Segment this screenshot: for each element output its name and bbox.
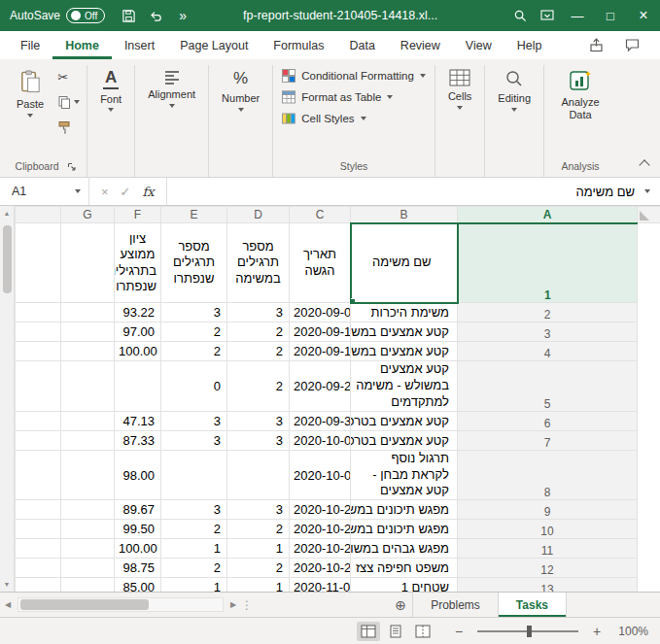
- cell[interactable]: [16, 223, 61, 303]
- cell[interactable]: 2020-09-24: [290, 361, 351, 412]
- tab-page-layout[interactable]: Page Layout: [167, 31, 261, 59]
- cell[interactable]: [161, 450, 227, 500]
- tab-file[interactable]: File: [8, 31, 52, 59]
- comment-icon[interactable]: [624, 37, 641, 53]
- cell[interactable]: [61, 450, 115, 500]
- number-button[interactable]: % Number: [214, 65, 267, 112]
- cell[interactable]: [61, 303, 115, 322]
- cancel-icon[interactable]: ×: [101, 185, 109, 199]
- undo-button[interactable]: [142, 0, 169, 31]
- cell[interactable]: 2020-09-30: [290, 411, 351, 430]
- cell[interactable]: 3: [161, 303, 227, 322]
- row-header[interactable]: 8: [458, 450, 638, 500]
- cell[interactable]: מספר תרגילים שנפתרו: [161, 223, 227, 303]
- cell[interactable]: 3: [161, 500, 227, 520]
- cell[interactable]: 2020-10-01: [290, 450, 351, 500]
- cell[interactable]: [16, 322, 61, 342]
- row-header[interactable]: 11: [458, 539, 638, 559]
- cell[interactable]: 2020-10-29: [290, 539, 351, 559]
- column-header-g[interactable]: G: [61, 207, 115, 223]
- expand-formula-bar-icon[interactable]: [644, 189, 650, 193]
- cell[interactable]: 3: [227, 430, 290, 450]
- share-icon[interactable]: [588, 37, 605, 53]
- cell[interactable]: קטע אמצעים בטרפז: [351, 411, 458, 430]
- cell[interactable]: קטע אמצעים בטרפז 2: [351, 430, 458, 450]
- format-as-table-button[interactable]: Format as Table: [278, 88, 430, 106]
- cell[interactable]: 2: [227, 322, 290, 342]
- alignment-button[interactable]: Alignment: [140, 65, 203, 108]
- cell[interactable]: 98.75: [115, 559, 161, 578]
- cell[interactable]: 2020-10-28: [290, 559, 351, 578]
- cell[interactable]: 1: [227, 539, 290, 559]
- cell[interactable]: [61, 430, 115, 450]
- cell[interactable]: [16, 559, 61, 578]
- cell[interactable]: [61, 411, 115, 430]
- name-box[interactable]: A1: [0, 178, 89, 205]
- cell[interactable]: [16, 430, 61, 450]
- cell[interactable]: [61, 322, 115, 342]
- column-header-d[interactable]: D: [227, 207, 290, 223]
- horizontal-scrollbar[interactable]: [17, 597, 224, 612]
- cell[interactable]: [16, 539, 61, 559]
- row-header[interactable]: 2: [458, 303, 638, 322]
- cell[interactable]: [61, 223, 115, 303]
- cell[interactable]: [16, 578, 61, 592]
- select-all-corner[interactable]: [638, 207, 660, 223]
- cell[interactable]: קטע אמצעים במשולש 2: [351, 342, 458, 361]
- page-break-view-button[interactable]: [411, 622, 434, 641]
- cell[interactable]: קטע אמצעים במשולש 1: [351, 322, 458, 342]
- column-header-b[interactable]: B: [351, 207, 458, 223]
- cell[interactable]: 2: [227, 342, 290, 361]
- cell[interactable]: 3: [227, 303, 290, 322]
- tab-help[interactable]: Help: [504, 31, 555, 59]
- insert-function-icon[interactable]: fx: [143, 185, 155, 199]
- tab-review[interactable]: Review: [388, 31, 453, 59]
- cell[interactable]: [61, 342, 115, 361]
- font-button[interactable]: A Font: [92, 65, 129, 112]
- row-header[interactable]: 13: [458, 578, 638, 592]
- row-header[interactable]: 9: [458, 500, 638, 520]
- ribbon-display-options-button[interactable]: [534, 0, 561, 31]
- autosave-toggle[interactable]: Off: [66, 8, 105, 23]
- cell[interactable]: 3: [161, 430, 227, 450]
- cell[interactable]: [16, 520, 61, 539]
- more-commands-button[interactable]: »: [169, 0, 196, 31]
- horizontal-scroll-thumb[interactable]: [20, 599, 149, 610]
- cell[interactable]: [61, 361, 115, 412]
- cell[interactable]: 1: [161, 578, 227, 592]
- column-header-a[interactable]: A: [458, 207, 638, 223]
- cut-button[interactable]: ✂: [57, 67, 80, 86]
- tab-data[interactable]: Data: [336, 31, 387, 59]
- formula-input[interactable]: שם משימה: [167, 178, 660, 205]
- conditional-formatting-button[interactable]: Conditional Formatting: [278, 67, 430, 85]
- cell[interactable]: 2: [161, 559, 227, 578]
- cell[interactable]: [61, 539, 115, 559]
- cell[interactable]: [16, 450, 61, 500]
- row-header[interactable]: 10: [458, 520, 638, 539]
- cell[interactable]: 2: [161, 322, 227, 342]
- row-header[interactable]: 3: [458, 322, 638, 342]
- save-button[interactable]: [115, 0, 142, 31]
- cell[interactable]: [61, 578, 115, 592]
- cell[interactable]: משפט חפיפה צצז: [351, 559, 458, 578]
- row-header[interactable]: 5: [458, 361, 638, 412]
- column-header-f[interactable]: F: [115, 207, 161, 223]
- cell[interactable]: [16, 411, 61, 430]
- cell[interactable]: מפגש תיכונים במשולש 1: [351, 500, 458, 520]
- cell[interactable]: 47.13: [115, 411, 161, 430]
- column-header-c[interactable]: C: [290, 207, 351, 223]
- cell[interactable]: 2020-09-16: [290, 342, 351, 361]
- tab-formulas[interactable]: Formulas: [261, 31, 336, 59]
- cells-button[interactable]: Cells: [440, 65, 479, 110]
- cell[interactable]: 2020-10-02: [290, 430, 351, 450]
- cell[interactable]: [227, 450, 290, 500]
- cell[interactable]: 2020-11-03: [290, 578, 351, 592]
- tab-home[interactable]: Home: [52, 31, 112, 59]
- tab-insert[interactable]: Insert: [112, 31, 167, 59]
- cell[interactable]: תרגול נוסף לקראת מבחן -קטע אמצעים: [351, 450, 458, 500]
- zoom-in-button[interactable]: +: [590, 624, 604, 639]
- cell[interactable]: [115, 361, 161, 412]
- cell[interactable]: 2020-09-06: [290, 303, 351, 322]
- dialog-launcher-icon[interactable]: [67, 162, 76, 171]
- tab-splitter-icon[interactable]: ⋮: [241, 593, 253, 617]
